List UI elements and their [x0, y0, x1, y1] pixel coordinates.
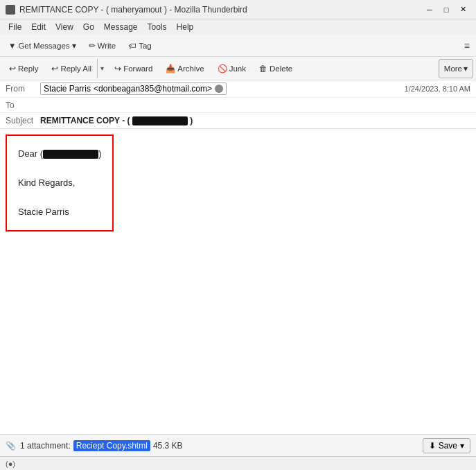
- status-bar: (●): [0, 456, 476, 470]
- menu-go[interactable]: Go: [79, 21, 98, 33]
- junk-icon: 🚫: [218, 64, 227, 73]
- paperclip-icon: 📎: [6, 441, 16, 451]
- signature-line: Stacie Parris: [18, 205, 101, 220]
- archive-icon: 📥: [166, 64, 175, 73]
- save-button[interactable]: ⬇ Save ▾: [423, 438, 470, 453]
- attachment-bar: 📎 1 attachment: Reciept Copy.shtml 45.3 …: [0, 434, 476, 456]
- maximize-button[interactable]: □: [439, 2, 454, 17]
- app-icon: [6, 5, 15, 15]
- save-label: Save: [439, 441, 457, 451]
- close-button[interactable]: ✕: [455, 2, 470, 17]
- from-row: From Stacie Parris <donbeagan385@hotmail…: [0, 80, 476, 98]
- to-label: To: [6, 101, 40, 110]
- attachment-size: 45.3 KB: [153, 441, 183, 451]
- delete-icon: 🗑: [259, 64, 267, 73]
- name-redacted: [43, 150, 98, 159]
- delete-button[interactable]: 🗑 Delete: [253, 59, 299, 78]
- subject-text: REMITTANCE COPY - (: [40, 116, 130, 125]
- forward-icon: ↪: [114, 64, 121, 73]
- menu-view[interactable]: View: [51, 21, 78, 33]
- title-bar-left: REMITTANCE COPY - ( maheryamout ) - Mozi…: [6, 5, 247, 15]
- menu-tools[interactable]: Tools: [143, 21, 171, 33]
- menu-help[interactable]: Help: [173, 21, 198, 33]
- reply-all-button[interactable]: ↩ Reply All: [46, 59, 97, 78]
- attachment-filename[interactable]: Reciept Copy.shtml: [73, 440, 150, 451]
- subject-redacted: [132, 116, 188, 125]
- email-body: Dear () Kind Regards, Stacie Parris: [0, 129, 476, 434]
- reply-group[interactable]: ↩ Reply: [3, 58, 44, 79]
- status-wave-icon: (●): [6, 460, 15, 468]
- kind-regards-line: Kind Regards,: [18, 176, 101, 191]
- reply-icon: ↩: [9, 64, 16, 73]
- sender-email: <donbeagan385@hotmail.com>: [94, 84, 212, 94]
- action-toolbar: ↩ Reply ↩ Reply All ▾ ↪ Forward 📥 Archiv…: [0, 57, 476, 80]
- write-button[interactable]: ✏ Write: [83, 37, 122, 55]
- more-button[interactable]: More ▾: [439, 59, 473, 78]
- attachment-info: 1 attachment: Reciept Copy.shtml 45.3 KB: [20, 440, 183, 451]
- email-body-content: Dear () Kind Regards, Stacie Parris: [6, 134, 114, 232]
- menu-edit[interactable]: Edit: [27, 21, 50, 33]
- main-toolbar: ▼ Get Messages ▾ ✏ Write 🏷 Tag ≡: [0, 35, 476, 57]
- reply-all-icon: ↩: [51, 64, 58, 73]
- more-arrow-icon: ▾: [464, 64, 468, 73]
- write-icon: ✏: [89, 41, 96, 51]
- get-messages-arrow: ▾: [72, 41, 76, 51]
- forward-button[interactable]: ↪ Forward: [108, 59, 159, 78]
- menu-bar: File Edit View Go Message Tools Help: [0, 19, 476, 35]
- get-messages-button[interactable]: ▼ Get Messages ▾: [3, 37, 82, 55]
- title-bar: REMITTANCE COPY - ( maheryamout ) - Mozi…: [0, 0, 476, 19]
- reply-all-arrow[interactable]: ▾: [97, 59, 107, 78]
- reply-button[interactable]: ↩ Reply: [3, 59, 44, 78]
- save-arrow: ▾: [460, 441, 464, 451]
- subject-row: Subject REMITTANCE COPY - ( ): [0, 113, 476, 128]
- subject-value: REMITTANCE COPY - ( ): [40, 116, 193, 125]
- attachment-count: 1 attachment:: [20, 441, 71, 451]
- archive-button[interactable]: 📥 Archive: [159, 59, 210, 78]
- reply-all-group[interactable]: ↩ Reply All ▾: [45, 58, 107, 79]
- tag-button[interactable]: 🏷 Tag: [123, 37, 157, 55]
- from-label: From: [6, 84, 40, 94]
- window-title: REMITTANCE COPY - ( maheryamout ) - Mozi…: [19, 5, 247, 15]
- email-date: 1/24/2023, 8:10 AM: [405, 85, 470, 93]
- to-row: To: [0, 98, 476, 113]
- greeting-line: Dear (): [18, 147, 101, 162]
- get-messages-label: Get Messages: [18, 42, 69, 50]
- subject-label: Subject: [6, 116, 40, 125]
- junk-button[interactable]: 🚫 Junk: [211, 59, 252, 78]
- email-header: From Stacie Parris <donbeagan385@hotmail…: [0, 80, 476, 129]
- tag-icon: 🏷: [128, 42, 136, 50]
- window-controls[interactable]: ─ □ ✕: [422, 2, 470, 17]
- menu-file[interactable]: File: [4, 21, 26, 33]
- menu-message[interactable]: Message: [100, 21, 142, 33]
- sender-icon: [215, 85, 223, 93]
- get-messages-icon: ▼: [8, 42, 16, 50]
- from-address[interactable]: Stacie Parris <donbeagan385@hotmail.com>: [40, 82, 227, 95]
- sender-name: Stacie Parris: [44, 84, 91, 94]
- attachment-indicator: 📎: [6, 441, 16, 451]
- minimize-button[interactable]: ─: [422, 2, 437, 17]
- toolbar-menu-button[interactable]: ≡: [461, 38, 473, 53]
- subject-end: ): [190, 116, 193, 125]
- tag-label: Tag: [139, 42, 152, 50]
- save-icon: ⬇: [429, 441, 436, 451]
- write-label: Write: [98, 42, 116, 50]
